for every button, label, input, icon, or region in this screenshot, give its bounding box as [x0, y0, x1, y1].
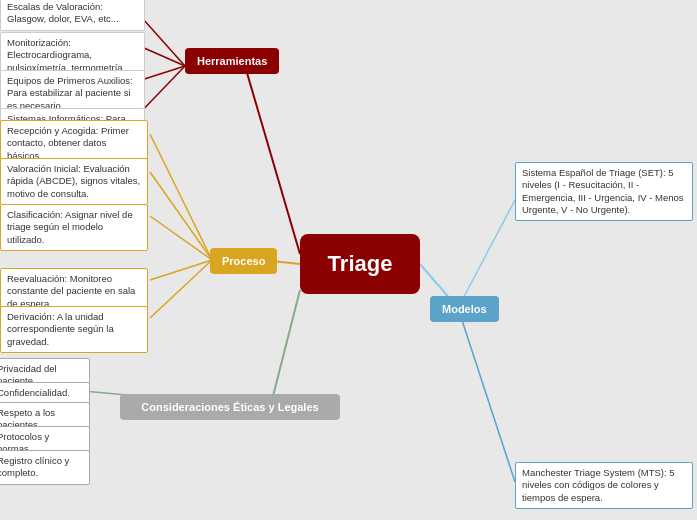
center-label: Triage — [328, 250, 393, 279]
svg-line-7 — [150, 172, 212, 260]
herramientas-item-1: Escalas de Valoración: Glasgow, dolor, E… — [0, 0, 145, 31]
consideraciones-label: Consideraciones Éticas y Legales — [141, 401, 318, 413]
herramientas-label: Herramientas — [197, 55, 267, 67]
proceso-item-5: Derivación: A la unidad correspondiente … — [0, 306, 148, 353]
proceso-label: Proceso — [222, 255, 265, 267]
consideraciones-node: Consideraciones Éticas y Legales — [120, 394, 340, 420]
modelos-label: Modelos — [442, 303, 487, 315]
mindmap-container: Triage Herramientas Escalas de Valoració… — [0, 0, 697, 520]
consideraciones-item-2: Confidencialidad. — [0, 382, 90, 404]
proceso-item-3-text: Clasificación: Asignar nivel de triage s… — [7, 209, 133, 245]
modelos-item-2-text: Manchester Triage System (MTS): 5 nivele… — [522, 467, 675, 503]
svg-line-6 — [150, 134, 212, 260]
herramientas-item-2-text: Monitorización: Electrocardiograma, puls… — [7, 37, 125, 73]
consideraciones-item-5-text: Registro clínico y completo. — [0, 455, 69, 478]
proceso-item-2-text: Valoración Inicial: Evaluación rápida (A… — [7, 163, 140, 199]
herramientas-item-1-text: Escalas de Valoración: Glasgow, dolor, E… — [7, 1, 119, 24]
svg-line-12 — [458, 200, 515, 308]
svg-line-14 — [270, 290, 300, 408]
consideraciones-item-2-text: Confidencialidad. — [0, 387, 70, 398]
proceso-item-3: Clasificación: Asignar nivel de triage s… — [0, 204, 148, 251]
modelos-node: Modelos — [430, 296, 499, 322]
proceso-item-2: Valoración Inicial: Evaluación rápida (A… — [0, 158, 148, 205]
proceso-item-1-text: Recepción y Acogida: Primer contacto, ob… — [7, 125, 129, 161]
svg-line-9 — [150, 260, 212, 280]
herramientas-node: Herramientas — [185, 48, 279, 74]
consideraciones-item-5: Registro clínico y completo. — [0, 450, 90, 485]
modelos-item-2: Manchester Triage System (MTS): 5 nivele… — [515, 462, 693, 509]
proceso-item-4-text: Reevaluación: Monitoreo constante del pa… — [7, 273, 135, 309]
svg-line-13 — [458, 308, 515, 482]
svg-line-10 — [150, 260, 212, 318]
herramientas-item-3-text: Equipos de Primeros Auxilios: Para estab… — [7, 75, 133, 111]
proceso-node: Proceso — [210, 248, 277, 274]
proceso-item-5-text: Derivación: A la unidad correspondiente … — [7, 311, 114, 347]
svg-line-0 — [245, 66, 300, 254]
modelos-item-1-text: Sistema Español de Triage (SET): 5 nivel… — [522, 167, 684, 215]
center-node: Triage — [300, 234, 420, 294]
modelos-item-1: Sistema Español de Triage (SET): 5 nivel… — [515, 162, 693, 221]
svg-line-8 — [150, 216, 212, 260]
